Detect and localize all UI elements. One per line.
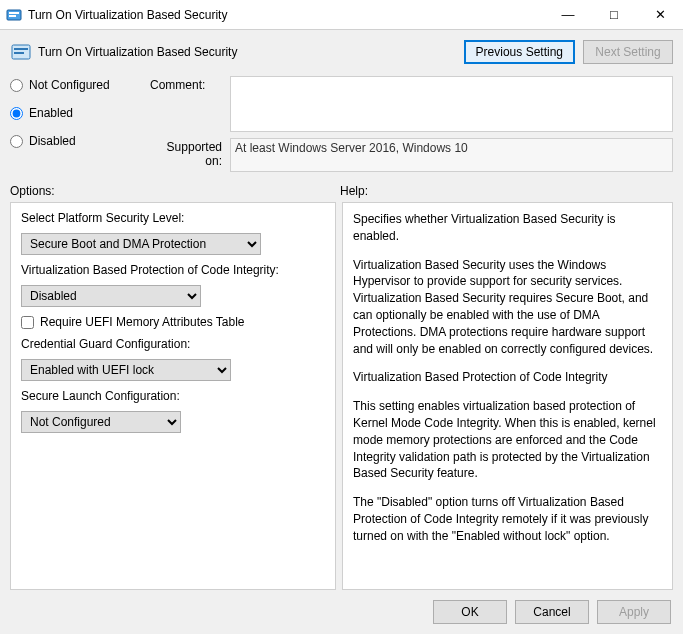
window-title: Turn On Virtualization Based Security (28, 8, 545, 22)
help-text: This setting enables virtualization base… (353, 398, 662, 482)
uefi-mat-checkbox-row[interactable]: Require UEFI Memory Attributes Table (21, 315, 325, 329)
vbpci-label: Virtualization Based Protection of Code … (21, 263, 325, 277)
credential-guard-select[interactable]: Enabled with UEFI lock (21, 359, 231, 381)
help-text: Virtualization Based Protection of Code … (353, 369, 662, 386)
upper-section: Not Configured Enabled Disabled Comment:… (0, 68, 683, 176)
close-button[interactable]: ✕ (637, 0, 683, 29)
ok-button[interactable]: OK (433, 600, 507, 624)
help-label: Help: (340, 184, 368, 198)
pane-labels: Options: Help: (0, 176, 683, 202)
comment-label: Comment: (150, 76, 230, 92)
policy-icon (10, 41, 32, 63)
policy-header: Turn On Virtualization Based Security Pr… (0, 30, 683, 68)
window-buttons: — □ ✕ (545, 0, 683, 29)
policy-title: Turn On Virtualization Based Security (38, 45, 456, 59)
radio-enabled-label: Enabled (29, 106, 73, 120)
options-pane: Select Platform Security Level: Secure B… (10, 202, 336, 590)
options-label: Options: (10, 184, 340, 198)
credential-guard-label: Credential Guard Configuration: (21, 337, 325, 351)
radio-not-configured-label: Not Configured (29, 78, 110, 92)
titlebar: Turn On Virtualization Based Security — … (0, 0, 683, 30)
dialog-content: Turn On Virtualization Based Security Pr… (0, 30, 683, 634)
policy-app-icon (6, 7, 22, 23)
radio-not-configured[interactable]: Not Configured (10, 78, 150, 92)
panes-container: Select Platform Security Level: Secure B… (0, 202, 683, 590)
radio-disabled-input[interactable] (10, 135, 23, 148)
cancel-button[interactable]: Cancel (515, 600, 589, 624)
supported-label: Supported on: (150, 138, 230, 168)
secure-launch-select[interactable]: Not Configured (21, 411, 181, 433)
svg-rect-1 (9, 12, 19, 14)
apply-button[interactable]: Apply (597, 600, 671, 624)
minimize-button[interactable]: — (545, 0, 591, 29)
platform-security-label: Select Platform Security Level: (21, 211, 325, 225)
radio-disabled-label: Disabled (29, 134, 76, 148)
dialog-footer: OK Cancel Apply (0, 590, 683, 634)
help-pane[interactable]: Specifies whether Virtualization Based S… (342, 202, 673, 590)
platform-security-select[interactable]: Secure Boot and DMA Protection (21, 233, 261, 255)
svg-rect-4 (14, 48, 28, 50)
help-text: Specifies whether Virtualization Based S… (353, 211, 662, 245)
next-setting-button[interactable]: Next Setting (583, 40, 673, 64)
help-text: Virtualization Based Security uses the W… (353, 257, 662, 358)
uefi-mat-checkbox[interactable] (21, 316, 34, 329)
help-text: The "Disabled" option turns off Virtuali… (353, 494, 662, 544)
uefi-mat-label: Require UEFI Memory Attributes Table (40, 315, 245, 329)
radio-enabled-input[interactable] (10, 107, 23, 120)
radio-enabled[interactable]: Enabled (10, 106, 150, 120)
maximize-button[interactable]: □ (591, 0, 637, 29)
radio-disabled[interactable]: Disabled (10, 134, 150, 148)
radio-not-configured-input[interactable] (10, 79, 23, 92)
secure-launch-label: Secure Launch Configuration: (21, 389, 325, 403)
svg-rect-2 (9, 15, 16, 17)
vbpci-select[interactable]: Disabled (21, 285, 201, 307)
svg-rect-5 (14, 52, 24, 54)
comment-input[interactable] (230, 76, 673, 132)
supported-on-field: At least Windows Server 2016, Windows 10 (230, 138, 673, 172)
previous-setting-button[interactable]: Previous Setting (464, 40, 575, 64)
